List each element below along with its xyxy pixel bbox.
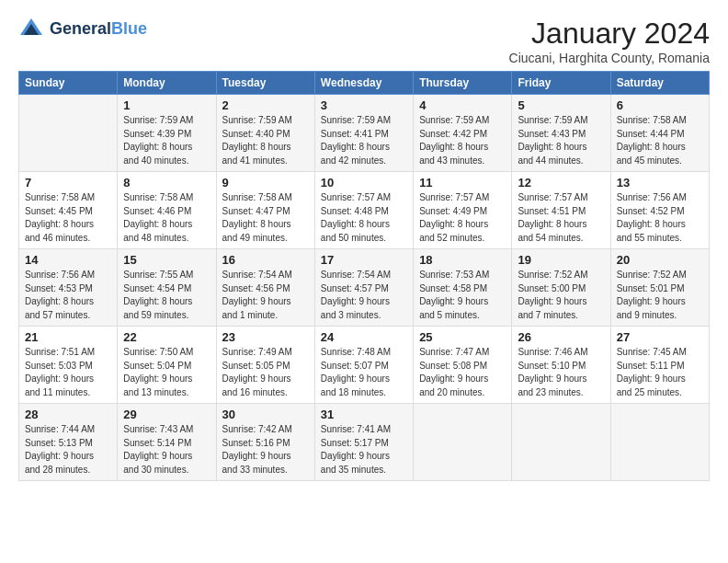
calendar-header: Sunday Monday Tuesday Wednesday Thursday…	[19, 72, 710, 95]
day-info: Sunrise: 7:43 AMSunset: 5:14 PMDaylight:…	[123, 423, 210, 477]
cell-1-1: 8Sunrise: 7:58 AMSunset: 4:46 PMDaylight…	[118, 172, 216, 249]
day-number: 3	[321, 98, 407, 112]
day-number: 17	[321, 253, 407, 267]
cell-2-3: 17Sunrise: 7:54 AMSunset: 4:57 PMDayligh…	[314, 249, 413, 327]
cell-3-6: 27Sunrise: 7:45 AMSunset: 5:11 PMDayligh…	[610, 327, 709, 404]
header-row-days: Sunday Monday Tuesday Wednesday Thursday…	[19, 72, 710, 95]
day-info: Sunrise: 7:54 AMSunset: 4:57 PMDaylight:…	[321, 269, 407, 322]
header-tuesday: Tuesday	[216, 72, 314, 95]
cell-1-6: 13Sunrise: 7:56 AMSunset: 4:52 PMDayligh…	[610, 172, 709, 249]
week-row-0: 1Sunrise: 7:59 AMSunset: 4:39 PMDaylight…	[19, 95, 710, 172]
day-number: 13	[617, 176, 703, 190]
day-number: 1	[123, 98, 210, 112]
cell-0-2: 2Sunrise: 7:59 AMSunset: 4:40 PMDaylight…	[216, 95, 314, 172]
logo-icon	[18, 17, 44, 42]
cell-3-2: 23Sunrise: 7:49 AMSunset: 5:05 PMDayligh…	[216, 327, 314, 404]
day-info: Sunrise: 7:44 AMSunset: 5:13 PMDaylight:…	[25, 423, 111, 477]
day-number: 23	[222, 330, 309, 344]
cell-2-0: 14Sunrise: 7:56 AMSunset: 4:53 PMDayligh…	[19, 249, 118, 327]
day-info: Sunrise: 7:57 AMSunset: 4:51 PMDaylight:…	[518, 191, 604, 245]
day-info: Sunrise: 7:45 AMSunset: 5:11 PMDaylight:…	[617, 346, 703, 399]
day-number: 5	[518, 98, 604, 112]
cell-3-0: 21Sunrise: 7:51 AMSunset: 5:03 PMDayligh…	[19, 327, 118, 404]
week-row-1: 7Sunrise: 7:58 AMSunset: 4:45 PMDaylight…	[19, 172, 710, 249]
cell-4-2: 30Sunrise: 7:42 AMSunset: 5:16 PMDayligh…	[216, 404, 314, 481]
cell-4-4	[414, 404, 512, 481]
day-number: 26	[518, 330, 604, 344]
calendar-table: Sunday Monday Tuesday Wednesday Thursday…	[18, 71, 710, 481]
cell-1-2: 9Sunrise: 7:58 AMSunset: 4:47 PMDaylight…	[216, 172, 314, 249]
day-info: Sunrise: 7:56 AMSunset: 4:52 PMDaylight:…	[617, 191, 703, 245]
cell-3-3: 24Sunrise: 7:48 AMSunset: 5:07 PMDayligh…	[314, 327, 413, 404]
day-info: Sunrise: 7:46 AMSunset: 5:10 PMDaylight:…	[518, 346, 604, 399]
day-info: Sunrise: 7:50 AMSunset: 5:04 PMDaylight:…	[123, 346, 210, 399]
header-saturday: Saturday	[610, 72, 709, 95]
day-info: Sunrise: 7:58 AMSunset: 4:44 PMDaylight:…	[617, 114, 703, 167]
cell-3-5: 26Sunrise: 7:46 AMSunset: 5:10 PMDayligh…	[512, 327, 610, 404]
calendar-container: GeneralBlue January 2024 Ciucani, Harghi…	[0, 0, 728, 490]
header-monday: Monday	[118, 72, 216, 95]
day-number: 4	[419, 98, 506, 112]
cell-1-5: 12Sunrise: 7:57 AMSunset: 4:51 PMDayligh…	[512, 172, 610, 249]
day-info: Sunrise: 7:48 AMSunset: 5:07 PMDaylight:…	[321, 346, 407, 399]
day-number: 14	[25, 253, 111, 267]
day-info: Sunrise: 7:42 AMSunset: 5:16 PMDaylight:…	[222, 423, 309, 477]
day-info: Sunrise: 7:47 AMSunset: 5:08 PMDaylight:…	[419, 346, 506, 399]
day-number: 25	[419, 330, 506, 344]
day-number: 11	[419, 176, 506, 190]
cell-4-6	[610, 404, 709, 481]
week-row-2: 14Sunrise: 7:56 AMSunset: 4:53 PMDayligh…	[19, 249, 710, 327]
cell-2-1: 15Sunrise: 7:55 AMSunset: 4:54 PMDayligh…	[118, 249, 216, 327]
header-wednesday: Wednesday	[314, 72, 413, 95]
cell-4-3: 31Sunrise: 7:41 AMSunset: 5:17 PMDayligh…	[314, 404, 413, 481]
cell-4-1: 29Sunrise: 7:43 AMSunset: 5:14 PMDayligh…	[118, 404, 216, 481]
day-number: 21	[25, 330, 111, 344]
day-number: 10	[321, 176, 407, 190]
cell-2-2: 16Sunrise: 7:54 AMSunset: 4:56 PMDayligh…	[216, 249, 314, 327]
day-number: 31	[321, 408, 407, 421]
day-info: Sunrise: 7:57 AMSunset: 4:49 PMDaylight:…	[419, 191, 506, 245]
day-number: 16	[222, 253, 309, 267]
logo: GeneralBlue	[18, 17, 147, 42]
day-info: Sunrise: 7:52 AMSunset: 5:00 PMDaylight:…	[518, 269, 604, 322]
cell-0-5: 5Sunrise: 7:59 AMSunset: 4:43 PMDaylight…	[512, 95, 610, 172]
location-subtitle: Ciucani, Harghita County, Romania	[509, 51, 710, 65]
day-info: Sunrise: 7:56 AMSunset: 4:53 PMDaylight:…	[25, 269, 111, 322]
day-info: Sunrise: 7:59 AMSunset: 4:39 PMDaylight:…	[123, 114, 210, 167]
day-number: 22	[123, 330, 210, 344]
day-info: Sunrise: 7:59 AMSunset: 4:40 PMDaylight:…	[222, 114, 309, 167]
cell-2-4: 18Sunrise: 7:53 AMSunset: 4:58 PMDayligh…	[414, 249, 512, 327]
day-number: 2	[222, 98, 309, 112]
header-row: GeneralBlue January 2024 Ciucani, Harghi…	[18, 17, 710, 65]
week-row-3: 21Sunrise: 7:51 AMSunset: 5:03 PMDayligh…	[19, 327, 710, 404]
day-number: 7	[25, 176, 111, 190]
calendar-body: 1Sunrise: 7:59 AMSunset: 4:39 PMDaylight…	[19, 95, 710, 481]
cell-2-6: 20Sunrise: 7:52 AMSunset: 5:01 PMDayligh…	[610, 249, 709, 327]
cell-1-4: 11Sunrise: 7:57 AMSunset: 4:49 PMDayligh…	[414, 172, 512, 249]
day-number: 18	[419, 253, 506, 267]
day-info: Sunrise: 7:58 AMSunset: 4:47 PMDaylight:…	[222, 191, 309, 245]
cell-3-1: 22Sunrise: 7:50 AMSunset: 5:04 PMDayligh…	[118, 327, 216, 404]
day-number: 29	[123, 408, 210, 421]
day-number: 27	[617, 330, 703, 344]
day-number: 12	[518, 176, 604, 190]
header-sunday: Sunday	[19, 72, 118, 95]
cell-0-6: 6Sunrise: 7:58 AMSunset: 4:44 PMDaylight…	[610, 95, 709, 172]
day-info: Sunrise: 7:59 AMSunset: 4:42 PMDaylight:…	[419, 114, 506, 167]
day-info: Sunrise: 7:58 AMSunset: 4:45 PMDaylight:…	[25, 191, 111, 245]
day-info: Sunrise: 7:59 AMSunset: 4:43 PMDaylight:…	[518, 114, 604, 167]
cell-0-4: 4Sunrise: 7:59 AMSunset: 4:42 PMDaylight…	[414, 95, 512, 172]
day-number: 6	[617, 98, 703, 112]
cell-3-4: 25Sunrise: 7:47 AMSunset: 5:08 PMDayligh…	[414, 327, 512, 404]
day-number: 20	[617, 253, 703, 267]
day-number: 30	[222, 408, 309, 421]
cell-1-0: 7Sunrise: 7:58 AMSunset: 4:45 PMDaylight…	[19, 172, 118, 249]
day-info: Sunrise: 7:53 AMSunset: 4:58 PMDaylight:…	[419, 269, 506, 322]
day-info: Sunrise: 7:51 AMSunset: 5:03 PMDaylight:…	[25, 346, 111, 399]
day-info: Sunrise: 7:54 AMSunset: 4:56 PMDaylight:…	[222, 269, 309, 322]
cell-0-1: 1Sunrise: 7:59 AMSunset: 4:39 PMDaylight…	[118, 95, 216, 172]
day-number: 28	[25, 408, 111, 421]
day-info: Sunrise: 7:49 AMSunset: 5:05 PMDaylight:…	[222, 346, 309, 399]
day-info: Sunrise: 7:41 AMSunset: 5:17 PMDaylight:…	[321, 423, 407, 477]
cell-1-3: 10Sunrise: 7:57 AMSunset: 4:48 PMDayligh…	[314, 172, 413, 249]
